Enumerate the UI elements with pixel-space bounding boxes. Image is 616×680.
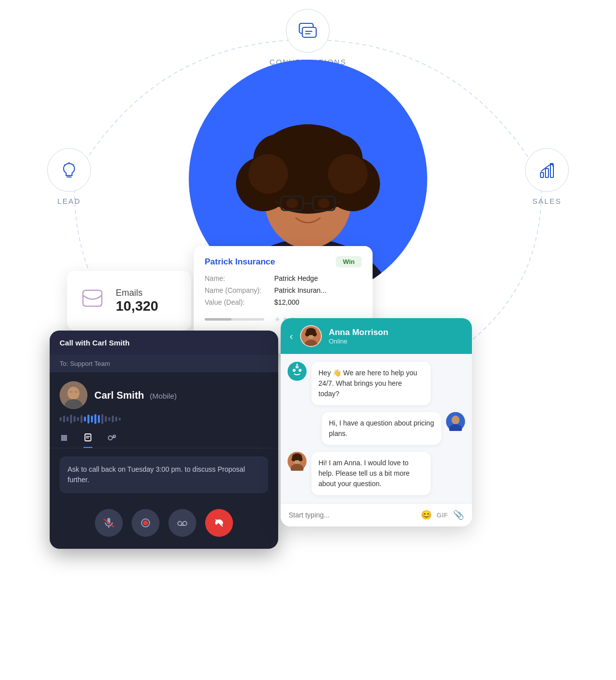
chat-agent-status: Online: [329, 338, 388, 345]
emails-card: Emails 10,320: [67, 271, 191, 331]
insurance-title: Patrick Insurance: [205, 257, 275, 267]
svg-point-38: [68, 387, 79, 400]
chat-messages: Hey 👋 We are here to help you 24/7. What…: [281, 354, 472, 503]
insurance-progress-bar: [205, 318, 264, 321]
sales-icon-circle[interactable]: [525, 148, 569, 192]
call-tabs: [50, 428, 278, 448]
emails-label: Emails: [116, 288, 158, 298]
chat-agent-name: Anna Morrison: [329, 328, 388, 338]
lead-label: LEAD: [57, 197, 80, 205]
mute-button[interactable]: [95, 509, 123, 537]
svg-rect-41: [75, 391, 77, 393]
svg-point-23: [328, 154, 368, 194]
svg-point-47: [65, 437, 67, 439]
sales-label: SALES: [533, 197, 561, 205]
chat-card: ‹ Anna Morrison Online: [281, 318, 472, 526]
bot-avatar: [288, 362, 307, 381]
insurance-company-value: Patrick Insuran...: [274, 286, 326, 294]
svg-point-73: [293, 369, 296, 372]
anna-message-bubble: Hi! I am Anna. I would love to help. Ple…: [311, 452, 431, 495]
emails-count: 10,320: [116, 298, 158, 314]
svg-point-74: [299, 369, 302, 372]
call-tab-transfer[interactable]: [107, 433, 116, 448]
insurance-header: Patrick Insurance Win: [205, 256, 362, 267]
svg-point-49: [63, 439, 65, 441]
svg-rect-1: [303, 27, 316, 37]
call-waveform: [50, 414, 278, 428]
svg-point-43: [63, 435, 65, 437]
call-title: Call with Carl Smith: [60, 339, 130, 347]
insurance-company-label: Name (Company):: [205, 286, 274, 294]
svg-rect-9: [540, 172, 543, 177]
call-header: Call with Carl Smith: [50, 331, 278, 355]
chat-header-avatar: [300, 325, 322, 347]
anna-message-avatar: [288, 452, 307, 471]
user-message-bubble: Hi, I have a question about pricing plan…: [322, 412, 441, 445]
svg-point-62: [178, 521, 182, 525]
chat-header-info: Anna Morrison Online: [329, 328, 388, 345]
voicemail-button[interactable]: [168, 509, 196, 537]
chat-back-button[interactable]: ‹: [290, 331, 293, 342]
svg-point-71: [312, 332, 316, 337]
call-controls: [50, 501, 278, 549]
record-button[interactable]: [132, 509, 159, 537]
svg-rect-10: [545, 169, 548, 177]
call-to: To: Support Team: [50, 355, 278, 372]
svg-point-79: [452, 416, 460, 425]
insurance-name-value: Patrick Hedge: [274, 274, 318, 282]
insurance-row-name: Name: Patrick Hedge: [205, 274, 362, 282]
svg-point-46: [63, 437, 65, 439]
attachment-icon[interactable]: 📎: [453, 510, 464, 520]
svg-point-61: [143, 520, 148, 525]
chat-text-input[interactable]: [289, 511, 416, 519]
svg-rect-75: [296, 366, 299, 368]
call-person-name: Carl Smith (Mobile): [94, 390, 177, 401]
insurance-name-label: Name:: [205, 274, 274, 282]
user-avatar: [446, 412, 465, 431]
emails-icon: [79, 286, 106, 315]
chat-header: ‹ Anna Morrison Online: [281, 318, 472, 354]
svg-point-63: [183, 521, 187, 525]
svg-point-42: [61, 435, 63, 437]
call-person-avatar: [60, 381, 87, 409]
chat-input-actions: 😊 GIF 📎: [421, 510, 464, 520]
sales-section: SALES: [525, 148, 569, 205]
svg-point-44: [65, 435, 67, 437]
call-person-info: Carl Smith (Mobile): [94, 390, 177, 401]
svg-point-86: [299, 457, 303, 461]
end-call-button[interactable]: [205, 509, 233, 537]
lead-section: LEAD: [47, 148, 91, 205]
main-scene: CONVERSATIONS LEAD SALES: [0, 0, 616, 680]
call-card: Call with Carl Smith To: Support Team Ca…: [50, 331, 278, 549]
insurance-deal-label: Value (Deal):: [205, 298, 274, 306]
svg-point-70: [305, 332, 309, 337]
svg-point-54: [108, 436, 112, 440]
gif-button[interactable]: GIF: [437, 511, 448, 519]
svg-point-30: [318, 198, 330, 208]
win-badge: Win: [336, 256, 362, 267]
emails-text-block: Emails 10,320: [116, 288, 158, 314]
conversations-icon-circle[interactable]: [286, 9, 330, 53]
insurance-deal-value: $12,000: [274, 298, 300, 306]
chat-input-row: 😊 GIF 📎: [281, 503, 472, 526]
svg-point-50: [65, 439, 67, 441]
chat-message-bot: Hey 👋 We are here to help you 24/7. What…: [288, 362, 465, 405]
chat-message-anna: Hi! I am Anna. I would love to help. Ple…: [288, 452, 465, 495]
svg-rect-40: [70, 391, 73, 393]
call-tab-notes[interactable]: [83, 433, 92, 448]
emoji-icon[interactable]: 😊: [421, 510, 432, 520]
conversations-section: CONVERSATIONS: [270, 9, 347, 66]
svg-point-22: [248, 154, 288, 194]
insurance-row-company: Name (Company): Patrick Insuran...: [205, 286, 362, 294]
call-tab-keypad[interactable]: [60, 433, 69, 448]
svg-point-85: [292, 457, 296, 461]
svg-point-29: [286, 198, 298, 208]
svg-point-48: [61, 439, 63, 441]
svg-point-21: [281, 124, 335, 179]
call-person-subtitle: (Mobile): [150, 392, 177, 400]
svg-rect-51: [85, 434, 91, 441]
lead-icon-circle[interactable]: [47, 148, 91, 192]
svg-point-77: [297, 364, 298, 365]
call-note: Ask to call back on Tuesday 3:00 pm. to …: [60, 456, 268, 493]
call-person-row: Carl Smith (Mobile): [50, 372, 278, 414]
